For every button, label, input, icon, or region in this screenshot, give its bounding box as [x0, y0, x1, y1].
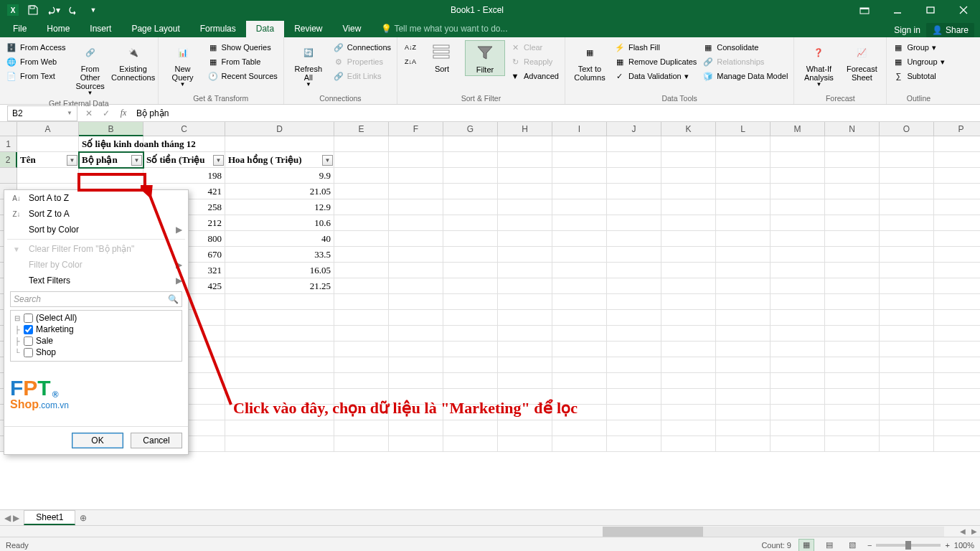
filter-button[interactable]: Filter	[465, 40, 505, 76]
col-header-P[interactable]: P	[934, 122, 980, 136]
col-header-O[interactable]: O	[880, 122, 934, 136]
view-page-layout-icon[interactable]: ▤	[821, 539, 837, 552]
row-header-2[interactable]: 2	[0, 152, 17, 168]
redo-icon[interactable]	[65, 2, 82, 18]
cancel-button[interactable]: Cancel	[131, 433, 182, 448]
filter-item-shop[interactable]: └Shop	[14, 347, 179, 358]
col-header-N[interactable]: N	[825, 122, 880, 136]
text-to-columns-button[interactable]: ▦Text to Columns	[570, 40, 610, 83]
view-normal-icon[interactable]: ▦	[798, 539, 814, 552]
formula-input[interactable]: Bộ phận	[132, 108, 980, 118]
filter-item-sale[interactable]: ├Sale	[14, 335, 179, 347]
connections-button[interactable]: 🔗Connections	[331, 40, 392, 55]
col-header-M[interactable]: M	[771, 122, 825, 136]
checkbox[interactable]	[24, 336, 33, 346]
filter-dropdown-c[interactable]: ▼	[213, 155, 224, 166]
from-text-button[interactable]: 📄From Text	[4, 69, 67, 83]
scrollbar-thumb[interactable]	[603, 527, 703, 537]
accept-formula-icon[interactable]: ✓	[98, 105, 115, 121]
col-header-G[interactable]: G	[443, 122, 498, 136]
col-header-K[interactable]: K	[661, 122, 716, 136]
zoom-out-button[interactable]: −	[867, 541, 872, 550]
tab-view[interactable]: View	[333, 21, 372, 37]
group-button[interactable]: ▦Group ▾	[891, 40, 946, 55]
sort-a-to-z[interactable]: A↓Sort A to Z	[4, 190, 188, 206]
checkbox[interactable]	[24, 348, 33, 357]
horizontal-scrollbar[interactable]: ◀▶	[0, 525, 980, 537]
tell-me[interactable]: 💡 Tell me what you want to do...	[371, 21, 517, 37]
what-if-button[interactable]: ❓What-If Analysis▼	[798, 40, 839, 90]
from-access-button[interactable]: 🗄️From Access	[4, 40, 67, 55]
filter-search-input[interactable]: Search🔍	[10, 291, 182, 307]
filter-dropdown-b[interactable]: ▼	[131, 155, 142, 166]
from-table-button[interactable]: ▦From Table	[206, 55, 279, 69]
filter-item-select-all[interactable]: ⊟(Select All)	[14, 312, 179, 324]
tab-review[interactable]: Review	[284, 21, 332, 37]
tab-formulas[interactable]: Formulas	[190, 21, 246, 37]
filter-dropdown-a[interactable]: ▼	[67, 155, 77, 166]
maximize-icon[interactable]	[914, 0, 947, 20]
sheet-tab[interactable]: Sheet1	[24, 510, 75, 525]
minimize-icon[interactable]	[881, 0, 914, 20]
ok-button[interactable]: OK	[72, 433, 123, 448]
row-header-1[interactable]: 1	[0, 136, 17, 152]
zoom-in-button[interactable]: +	[945, 541, 949, 550]
new-query-button[interactable]: 📊New Query▼	[163, 40, 203, 90]
subtotal-button[interactable]: ∑Subtotal	[891, 69, 946, 83]
sheet-nav[interactable]: ◀ ▶	[0, 513, 24, 523]
data-model-button[interactable]: 🧊Manage Data Model	[701, 69, 789, 83]
forecast-sheet-button[interactable]: 📈Forecast Sheet	[842, 40, 882, 83]
sign-in-link[interactable]: Sign in	[894, 25, 920, 35]
consolidate-button[interactable]: ▦Consolidate	[701, 40, 789, 55]
show-queries-button[interactable]: ▦Show Queries	[206, 40, 279, 55]
share-button[interactable]: 👤Share	[926, 23, 974, 37]
qat-customize-icon[interactable]: ▼	[85, 2, 102, 18]
data-validation-button[interactable]: ✓Data Validation ▾	[613, 69, 698, 83]
advanced-button[interactable]: ▼Advanced	[508, 69, 560, 83]
sort-z-to-a[interactable]: Z↓Sort Z to A	[4, 206, 188, 222]
col-header-J[interactable]: J	[607, 122, 661, 136]
cancel-formula-icon[interactable]: ✕	[80, 105, 98, 121]
col-header-L[interactable]: L	[716, 122, 771, 136]
refresh-all-button[interactable]: 🔄Refresh All▼	[288, 40, 329, 90]
excel-icon[interactable]: X	[4, 2, 22, 18]
ribbon-options-icon[interactable]	[848, 0, 881, 20]
tab-insert[interactable]: Insert	[80, 21, 121, 37]
remove-duplicates-button[interactable]: ▦Remove Duplicates	[613, 55, 698, 69]
from-web-button[interactable]: 🌐From Web	[4, 55, 67, 69]
sort-az-button[interactable]: A↓Z	[402, 40, 419, 55]
recent-sources-button[interactable]: 🕐Recent Sources	[206, 69, 279, 83]
col-header-D[interactable]: D	[225, 122, 334, 136]
row-header-3[interactable]	[0, 168, 17, 184]
col-header-A[interactable]: A	[17, 122, 79, 136]
zoom-slider[interactable]	[876, 544, 941, 547]
col-header-F[interactable]: F	[389, 122, 443, 136]
filter-dropdown-d[interactable]: ▼	[322, 155, 333, 166]
sort-za-button[interactable]: Z↓A	[402, 55, 419, 69]
ungroup-button[interactable]: ▦Ungroup ▾	[891, 55, 946, 69]
col-header-B[interactable]: B	[79, 122, 143, 136]
tab-file[interactable]: File	[3, 21, 37, 37]
col-header-H[interactable]: H	[498, 122, 552, 136]
existing-connections-button[interactable]: 🔌Existing Connections	[113, 40, 154, 83]
sort-button[interactable]: Sort	[422, 40, 462, 75]
tab-data[interactable]: Data	[246, 21, 284, 37]
from-other-sources-button[interactable]: 🔗From Other Sources▼	[70, 40, 110, 98]
text-filters[interactable]: Text Filters▶	[4, 273, 188, 288]
flash-fill-button[interactable]: ⚡Flash Fill	[613, 40, 698, 55]
col-header-E[interactable]: E	[334, 122, 389, 136]
col-header-I[interactable]: I	[552, 122, 607, 136]
filter-item-marketing[interactable]: ├Marketing	[14, 324, 179, 335]
close-icon[interactable]	[947, 0, 980, 20]
col-header-C[interactable]: C	[143, 122, 225, 136]
select-all-button[interactable]	[0, 122, 17, 136]
undo-icon[interactable]: ▾	[44, 2, 62, 18]
sort-by-color[interactable]: Sort by Color▶	[4, 222, 188, 237]
name-box[interactable]: B2▼	[7, 105, 77, 121]
save-icon[interactable]	[24, 2, 42, 18]
tab-page-layout[interactable]: Page Layout	[121, 21, 189, 37]
add-sheet-button[interactable]: ⊕	[75, 513, 91, 523]
checkbox[interactable]	[24, 325, 33, 334]
tab-home[interactable]: Home	[37, 21, 80, 37]
insert-function-icon[interactable]: fx	[115, 105, 132, 121]
